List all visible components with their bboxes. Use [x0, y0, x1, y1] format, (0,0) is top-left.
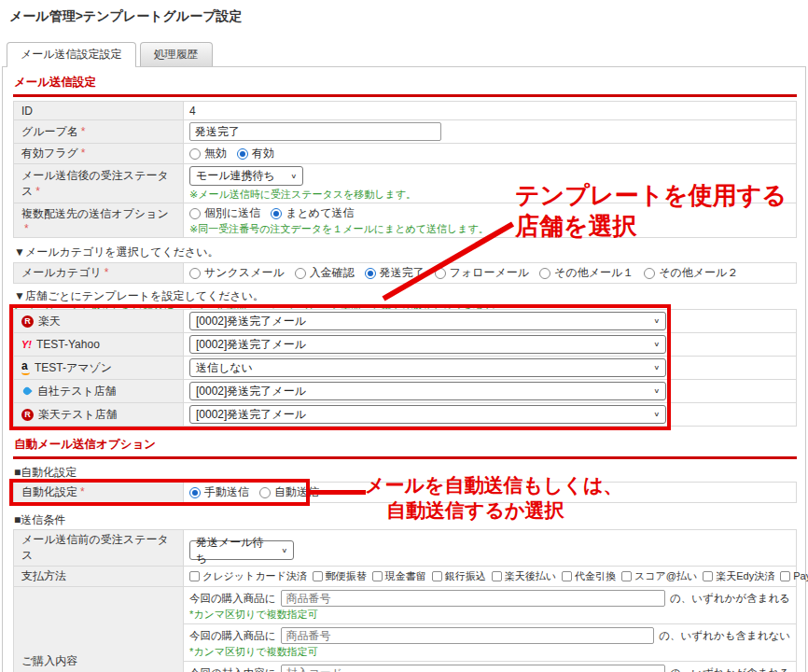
status-after-select[interactable]: モール連携待ち∨ — [189, 166, 303, 186]
select-value: [0002]発送完了メール — [196, 314, 306, 329]
field-label: ID — [21, 105, 33, 118]
tab-history[interactable]: 処理履歴 — [140, 42, 213, 66]
table-row: aTEST-アマゾン 送信しない∨ — [14, 357, 797, 380]
select-value: 送信しない — [196, 360, 253, 376]
checkbox-option[interactable]: 郵便振替 — [313, 569, 367, 583]
option-label: 個別に送信 — [204, 205, 260, 221]
option-label: サンクスメール — [204, 265, 285, 281]
store-template-select-rakuten[interactable]: [0002]発送完了メール∨ — [189, 312, 666, 330]
store-name: 楽天テスト店舗 — [38, 407, 118, 423]
radio-option[interactable]: まとめて送信 — [271, 205, 354, 221]
mail-category-radios: サンクスメール入金確認発送完了フォローメールその他メール１その他メール２ — [189, 265, 790, 281]
field-label: 複数配送先の送信オプション — [21, 207, 169, 220]
enclosure-include-input[interactable] — [281, 665, 666, 672]
purchase-item-include-input[interactable] — [281, 590, 666, 607]
checkbox-unchecked-icon[interactable] — [313, 571, 323, 581]
radio-unchecked-icon[interactable] — [189, 268, 201, 279]
field-label: メールカテゴリ — [21, 266, 102, 279]
category-hint: ▼メールカテゴリを選択してください。 — [13, 245, 797, 259]
radio-option[interactable]: 個別に送信 — [189, 205, 260, 221]
checkbox-option[interactable]: 現金書留 — [372, 569, 426, 583]
checkbox-unchecked-icon[interactable] — [562, 571, 572, 581]
radio-unchecked-icon[interactable] — [295, 268, 306, 279]
checkbox-unchecked-icon[interactable] — [189, 571, 200, 581]
table-row: ID 4 — [14, 102, 797, 120]
radio-checked-icon[interactable] — [189, 487, 201, 498]
checkbox-option[interactable]: スコア@払い — [621, 569, 697, 583]
radio-option[interactable]: 発送完了 — [365, 265, 425, 281]
radio-checked-icon[interactable] — [237, 148, 248, 160]
yahoo-icon: Y! — [21, 339, 32, 350]
table-row: メールカテゴリ* サンクスメール入金確認発送完了フォローメールその他メール１その… — [14, 263, 797, 284]
radio-option[interactable]: フォローメール — [435, 265, 529, 281]
section-title-mail-send-settings: メール送信設定 — [13, 76, 797, 97]
table-row: メール送信後の受注ステータス* モール連携待ち∨ ※メール送信時に受注ステータス… — [14, 164, 797, 203]
group-name-input[interactable] — [189, 122, 441, 141]
radio-checked-icon[interactable] — [365, 268, 376, 279]
breadcrumb: メール管理>テンプレートグループ設定 — [0, 0, 808, 27]
field-label: グループ名 — [21, 125, 78, 138]
radio-option[interactable]: 自動送信 — [259, 484, 319, 500]
radio-option[interactable]: サンクスメール — [189, 265, 285, 281]
water-drop-icon — [21, 385, 32, 396]
option-label: スコア@払い — [634, 569, 697, 583]
option-label: PayPay残高払い — [793, 569, 808, 583]
checkbox-option[interactable]: PayPay残高払い — [780, 569, 808, 583]
status-before-select[interactable]: 発送メール待ち∨ — [189, 540, 294, 560]
checkbox-option[interactable]: 楽天Edy決済 — [703, 569, 774, 583]
radio-option[interactable]: 有効 — [237, 146, 274, 161]
radio-checked-icon[interactable] — [271, 208, 282, 219]
store-template-hint: ▼店舗ごとにテンプレートを設定してください。 — [13, 289, 797, 302]
condition-prefix: 今回の購入商品に — [189, 629, 276, 643]
store-template-select-amazon[interactable]: 送信しない∨ — [189, 358, 666, 377]
status-after-note: ※メール送信時に受注ステータスを移動します。 — [189, 189, 790, 201]
store-template-section: R楽天 [0002]発送完了メール∨ Y!TEST-Yahoo [0002]発送… — [13, 309, 797, 427]
comma-note: *カンマ区切りで複数指定可 — [189, 646, 790, 658]
field-label: 自動化設定 — [21, 485, 77, 498]
table-row: Y!TEST-Yahoo [0002]発送完了メール∨ — [14, 333, 797, 357]
field-label: 支払方法 — [21, 569, 66, 582]
radio-option[interactable]: その他メール２ — [644, 265, 738, 281]
required-mark: * — [24, 222, 29, 235]
required-mark: * — [104, 266, 109, 279]
tab-mail-send-settings[interactable]: メール送信設定設定 — [7, 42, 136, 66]
store-name: TEST-アマゾン — [35, 360, 112, 376]
radio-unchecked-icon[interactable] — [189, 208, 201, 219]
purchase-item-exclude-input[interactable] — [281, 627, 655, 644]
radio-unchecked-icon[interactable] — [259, 487, 271, 498]
radio-unchecked-icon[interactable] — [435, 268, 446, 279]
store-name: 自社テスト店舗 — [37, 384, 117, 399]
store-template-select-rakuten-test[interactable]: [0002]発送完了メール∨ — [189, 405, 666, 424]
checkbox-unchecked-icon[interactable] — [703, 571, 713, 581]
required-mark: * — [81, 147, 86, 160]
automation-radios: 手動送信自動送信 — [189, 484, 790, 500]
chevron-down-icon: ∨ — [653, 364, 660, 371]
checkbox-option[interactable]: 楽天後払い — [492, 569, 556, 583]
radio-option[interactable]: 入金確認 — [295, 265, 355, 281]
radio-unchecked-icon[interactable] — [189, 148, 201, 160]
checkbox-unchecked-icon[interactable] — [492, 571, 502, 581]
automation-table: 自動化設定* 手動送信自動送信 — [13, 482, 797, 503]
checkbox-unchecked-icon[interactable] — [780, 571, 790, 581]
store-template-select-yahoo[interactable]: [0002]発送完了メール∨ — [189, 335, 666, 354]
checkbox-unchecked-icon[interactable] — [621, 571, 632, 581]
checkbox-unchecked-icon[interactable] — [372, 571, 383, 581]
radio-unchecked-icon[interactable] — [644, 268, 655, 279]
field-label: メール送信後の受注ステータス — [21, 169, 169, 198]
checkbox-unchecked-icon[interactable] — [432, 571, 442, 581]
chevron-down-icon: ∨ — [653, 341, 660, 348]
send-conditions-table: メール送信前の受注ステータス 発送メール待ち∨ 支払方法 クレジットカード決済郵… — [13, 529, 797, 672]
radio-option[interactable]: 無効 — [189, 146, 227, 161]
comma-note: *カンマ区切りで複数指定可 — [189, 609, 790, 621]
radio-option[interactable]: 手動送信 — [189, 484, 249, 500]
table-row: R楽天 [0002]発送完了メール∨ — [14, 310, 797, 333]
radio-unchecked-icon[interactable] — [539, 268, 550, 279]
option-label: 手動送信 — [204, 484, 249, 500]
checkbox-option[interactable]: 代金引換 — [562, 569, 616, 583]
store-template-select-own-shop[interactable]: [0002]発送完了メール∨ — [189, 382, 666, 400]
checkbox-option[interactable]: 銀行振込 — [432, 569, 486, 583]
checkbox-option[interactable]: クレジットカード決済 — [189, 569, 307, 583]
option-label: 郵便振替 — [326, 569, 367, 583]
field-label: メール送信前の受注ステータス — [21, 533, 169, 562]
radio-option[interactable]: その他メール１ — [539, 265, 634, 281]
